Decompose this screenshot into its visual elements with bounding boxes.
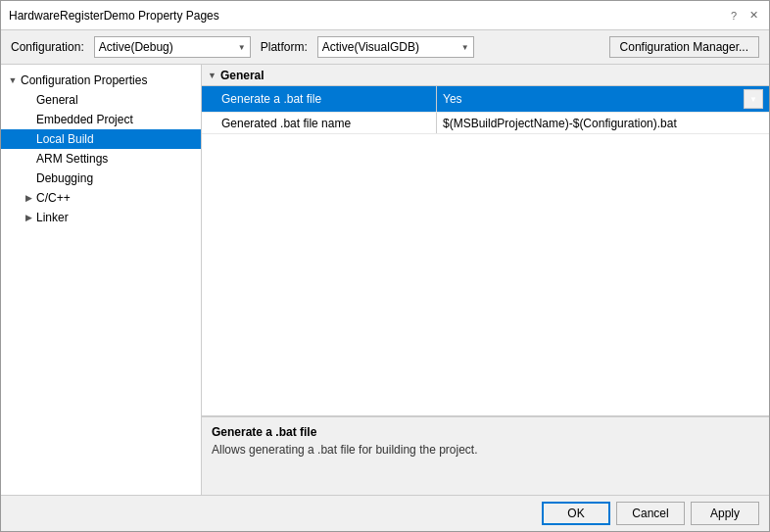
tree-item-label: Local Build: [36, 132, 94, 146]
tree-item-label: Linker: [36, 211, 69, 224]
configuration-manager-button[interactable]: Configuration Manager...: [609, 36, 759, 58]
tree-item-label: Configuration Properties: [21, 73, 147, 87]
configuration-label: Configuration:: [11, 40, 84, 54]
description-area: Generate a .bat file Allows generating a…: [202, 416, 769, 495]
property-value-text: Yes: [443, 92, 462, 106]
configuration-value: Active(Debug): [99, 40, 173, 54]
expand-icon: ▶: [21, 190, 36, 206]
tree-item-label: ARM Settings: [36, 152, 108, 166]
help-button[interactable]: ?: [726, 8, 742, 24]
section-title: General: [220, 69, 265, 82]
spacer-icon: [21, 151, 36, 167]
description-title: Generate a .bat file: [212, 425, 759, 439]
cancel-button[interactable]: Cancel: [616, 502, 685, 525]
tree-item-linker[interactable]: ▶ Linker: [1, 208, 201, 227]
tree-item-general[interactable]: General: [1, 90, 201, 110]
tree-item-debugging[interactable]: Debugging: [1, 169, 201, 188]
tree-item-label: Embedded Project: [36, 113, 133, 126]
title-bar: HardwareRegisterDemo Property Pages ? ✕: [1, 1, 769, 30]
spacer-icon: [21, 131, 36, 147]
close-button[interactable]: ✕: [746, 8, 761, 24]
tree-item-local-build[interactable]: Local Build: [1, 129, 201, 149]
tree-item-embedded-project[interactable]: Embedded Project: [1, 110, 201, 129]
platform-value: Active(VisualGDB): [322, 40, 419, 54]
right-panel: ▼ General Generate a .bat file Yes ▼ Gen: [202, 65, 769, 495]
apply-button[interactable]: Apply: [691, 502, 759, 525]
configuration-select[interactable]: Active(Debug) ▼: [94, 36, 251, 58]
expand-icon: ▶: [21, 210, 36, 225]
spacer-icon: [21, 92, 36, 108]
tree-item-cpp[interactable]: ▶ C/C++: [1, 188, 201, 208]
property-name: Generated .bat file name: [202, 113, 437, 133]
property-value: $(MSBuildProjectName)-$(Configuration).b…: [437, 113, 769, 133]
tree-item-label: Debugging: [36, 171, 93, 185]
title-bar-buttons: ? ✕: [726, 8, 761, 24]
description-text: Allows generating a .bat file for buildi…: [212, 443, 759, 457]
config-bar: Configuration: Active(Debug) ▼ Platform:…: [1, 30, 769, 65]
dialog-title: HardwareRegisterDemo Property Pages: [9, 9, 219, 23]
button-bar: OK Cancel Apply: [1, 495, 769, 531]
ok-button[interactable]: OK: [542, 502, 610, 525]
spacer-icon: [21, 170, 36, 186]
chevron-down-icon: ▼: [461, 43, 469, 52]
property-row-bat-file[interactable]: Generate a .bat file Yes ▼: [202, 86, 769, 113]
properties-area: ▼ General Generate a .bat file Yes ▼ Gen: [202, 65, 769, 416]
main-content: ▼ Configuration Properties General Embed…: [1, 65, 769, 495]
collapse-icon: ▼: [208, 71, 217, 80]
section-header: ▼ General: [202, 65, 769, 86]
expand-icon: ▼: [5, 73, 21, 88]
property-row-bat-filename[interactable]: Generated .bat file name $(MSBuildProjec…: [202, 113, 769, 134]
property-name: Generate a .bat file: [202, 86, 437, 112]
tree-item-label: C/C++: [36, 191, 71, 205]
property-value-text: $(MSBuildProjectName)-$(Configuration).b…: [443, 117, 677, 130]
property-pages-dialog: HardwareRegisterDemo Property Pages ? ✕ …: [0, 0, 770, 532]
platform-label: Platform:: [261, 40, 308, 54]
tree-item-label: General: [36, 93, 78, 107]
property-value: Yes ▼: [437, 86, 769, 112]
tree-item-arm-settings[interactable]: ARM Settings: [1, 149, 201, 169]
chevron-down-icon: ▼: [749, 95, 757, 104]
tree-item-configuration-properties[interactable]: ▼ Configuration Properties: [1, 71, 201, 90]
platform-select[interactable]: Active(VisualGDB) ▼: [317, 36, 474, 58]
value-dropdown-button[interactable]: ▼: [744, 89, 763, 109]
tree-root: ▼ Configuration Properties General Embed…: [1, 69, 201, 229]
chevron-down-icon: ▼: [238, 43, 246, 52]
spacer-icon: [21, 112, 36, 127]
tree-panel: ▼ Configuration Properties General Embed…: [1, 65, 202, 495]
